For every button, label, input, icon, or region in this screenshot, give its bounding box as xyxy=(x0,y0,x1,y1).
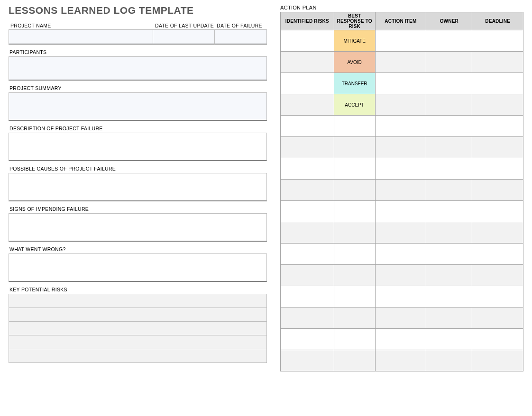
key-risk-row[interactable] xyxy=(9,294,267,308)
risk-cell[interactable] xyxy=(281,244,334,265)
risk-cell[interactable] xyxy=(281,350,334,371)
deadline-cell[interactable] xyxy=(472,222,523,244)
owner-cell[interactable] xyxy=(426,222,472,244)
owner-cell[interactable] xyxy=(426,329,472,350)
key-risk-row[interactable] xyxy=(9,349,267,363)
risk-cell[interactable] xyxy=(281,137,334,158)
deadline-cell[interactable] xyxy=(472,265,523,286)
risk-cell[interactable] xyxy=(281,73,334,94)
owner-cell[interactable] xyxy=(426,30,472,52)
project-name-input[interactable] xyxy=(9,29,153,45)
response-cell[interactable] xyxy=(334,350,375,371)
response-cell[interactable]: ACCEPT xyxy=(334,94,375,116)
deadline-cell[interactable] xyxy=(472,329,523,350)
participants-input[interactable] xyxy=(9,56,267,81)
what-went-wrong-input[interactable] xyxy=(9,253,267,282)
header-best-response: BEST RESPONSE TO RISK xyxy=(334,12,375,30)
action-cell[interactable] xyxy=(375,73,426,94)
description-failure-input[interactable] xyxy=(9,133,267,161)
response-cell[interactable] xyxy=(334,137,375,158)
deadline-cell[interactable] xyxy=(472,30,523,52)
deadline-cell[interactable] xyxy=(472,180,523,201)
response-cell[interactable]: AVOID xyxy=(334,52,375,73)
risk-cell[interactable] xyxy=(281,52,334,73)
response-cell[interactable]: MITIGATE xyxy=(334,30,375,52)
response-cell[interactable] xyxy=(334,329,375,350)
response-cell[interactable]: TRANSFER xyxy=(334,73,375,94)
key-risk-row[interactable] xyxy=(9,335,267,349)
risk-cell[interactable] xyxy=(281,158,334,180)
deadline-cell[interactable] xyxy=(472,137,523,158)
owner-cell[interactable] xyxy=(426,201,472,222)
owner-cell[interactable] xyxy=(426,350,472,371)
action-plan-row xyxy=(281,201,523,222)
deadline-cell[interactable] xyxy=(472,201,523,222)
owner-cell[interactable] xyxy=(426,307,472,329)
possible-causes-input[interactable] xyxy=(9,173,267,201)
action-cell[interactable] xyxy=(375,329,426,350)
response-cell[interactable] xyxy=(334,158,375,180)
response-cell[interactable] xyxy=(334,286,375,307)
risk-cell[interactable] xyxy=(281,329,334,350)
key-risk-row[interactable] xyxy=(9,321,267,335)
risk-cell[interactable] xyxy=(281,307,334,329)
risk-cell[interactable] xyxy=(281,265,334,286)
risk-cell[interactable] xyxy=(281,30,334,52)
action-cell[interactable] xyxy=(375,30,426,52)
owner-cell[interactable] xyxy=(426,94,472,116)
deadline-cell[interactable] xyxy=(472,286,523,307)
deadline-cell[interactable] xyxy=(472,350,523,371)
owner-cell[interactable] xyxy=(426,73,472,94)
owner-cell[interactable] xyxy=(426,52,472,73)
owner-cell[interactable] xyxy=(426,286,472,307)
owner-cell[interactable] xyxy=(426,158,472,180)
action-cell[interactable] xyxy=(375,116,426,137)
risk-cell[interactable] xyxy=(281,286,334,307)
risk-cell[interactable] xyxy=(281,116,334,137)
action-plan-row: MITIGATE xyxy=(281,30,523,52)
action-cell[interactable] xyxy=(375,137,426,158)
response-cell[interactable] xyxy=(334,222,375,244)
deadline-cell[interactable] xyxy=(472,244,523,265)
action-plan-row xyxy=(281,329,523,350)
owner-cell[interactable] xyxy=(426,137,472,158)
deadline-cell[interactable] xyxy=(472,52,523,73)
action-cell[interactable] xyxy=(375,244,426,265)
response-cell[interactable] xyxy=(334,201,375,222)
action-cell[interactable] xyxy=(375,222,426,244)
deadline-cell[interactable] xyxy=(472,307,523,329)
deadline-cell[interactable] xyxy=(472,73,523,94)
deadline-cell[interactable] xyxy=(472,116,523,137)
action-cell[interactable] xyxy=(375,52,426,73)
deadline-cell[interactable] xyxy=(472,158,523,180)
action-cell[interactable] xyxy=(375,265,426,286)
deadline-cell[interactable] xyxy=(472,94,523,116)
action-cell[interactable] xyxy=(375,307,426,329)
action-cell[interactable] xyxy=(375,180,426,201)
response-cell[interactable] xyxy=(334,307,375,329)
response-cell[interactable] xyxy=(334,180,375,201)
action-cell[interactable] xyxy=(375,286,426,307)
risk-cell[interactable] xyxy=(281,222,334,244)
response-cell[interactable] xyxy=(334,265,375,286)
action-cell[interactable] xyxy=(375,350,426,371)
owner-cell[interactable] xyxy=(426,116,472,137)
risk-cell[interactable] xyxy=(281,180,334,201)
action-cell[interactable] xyxy=(375,94,426,116)
project-summary-input[interactable] xyxy=(9,92,267,121)
date-last-update-input[interactable] xyxy=(153,29,215,45)
owner-cell[interactable] xyxy=(426,265,472,286)
owner-cell[interactable] xyxy=(426,244,472,265)
date-failure-input[interactable] xyxy=(215,29,267,45)
risk-cell[interactable] xyxy=(281,201,334,222)
signs-impending-input[interactable] xyxy=(9,213,267,242)
risk-cell[interactable] xyxy=(281,94,334,116)
action-cell[interactable] xyxy=(375,158,426,180)
response-cell[interactable] xyxy=(334,244,375,265)
project-info-row: PROJECT NAME DATE OF LAST UPDATE DATE OF… xyxy=(9,23,267,45)
action-cell[interactable] xyxy=(375,201,426,222)
action-plan-row xyxy=(281,116,523,137)
response-cell[interactable] xyxy=(334,116,375,137)
key-risk-row[interactable] xyxy=(9,307,267,322)
owner-cell[interactable] xyxy=(426,180,472,201)
